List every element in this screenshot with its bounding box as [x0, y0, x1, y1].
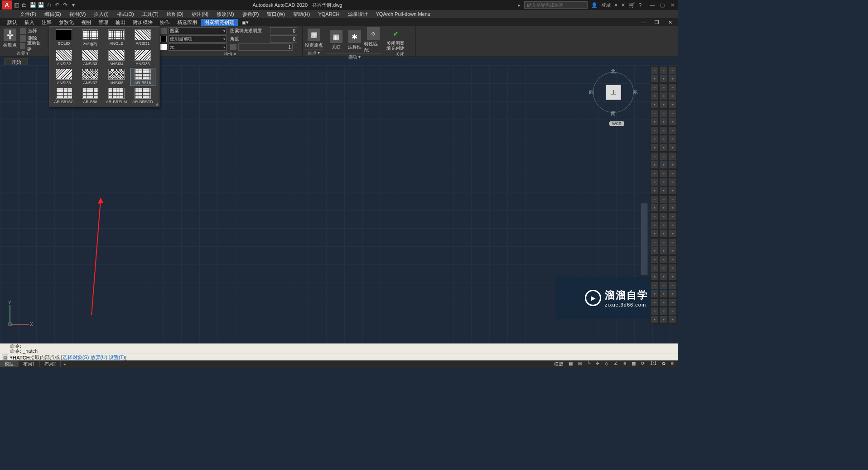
menu-window[interactable]: 窗口(W) [265, 11, 287, 18]
palette-tool-button[interactable]: ▫ [651, 152, 659, 160]
set-origin-button[interactable]: ▦ 设定原点 [304, 27, 323, 49]
palette-tool-button[interactable]: ▫ [660, 212, 668, 221]
help-icon[interactable]: ? [639, 2, 641, 8]
hatch-pattern-angle[interactable]: ANGLE [104, 29, 129, 48]
close-button[interactable]: ✕ [669, 2, 676, 8]
viewcube-east[interactable]: 东 [633, 89, 638, 96]
status-scale[interactable]: 1:1 [649, 361, 658, 367]
scale-input[interactable] [238, 43, 293, 51]
menu-format[interactable]: 格式(O) [115, 11, 136, 18]
command-prompt-icon[interactable]: ▤ [2, 355, 8, 361]
palette-tool-button[interactable]: ▫ [651, 109, 659, 117]
status-gear-icon[interactable]: ✿ [661, 361, 667, 367]
login-icon[interactable]: 👤 [591, 2, 598, 8]
palette-tool-button[interactable]: ▫ [669, 187, 677, 195]
ribbon-tab-parametric[interactable]: 参数化 [55, 19, 77, 26]
palette-tool-button[interactable]: ▫ [669, 298, 677, 307]
menu-modify[interactable]: 修改(M) [215, 11, 236, 18]
status-customize-icon[interactable]: ≡ [670, 361, 675, 367]
transparency-input[interactable] [270, 27, 297, 34]
hatch-pattern-ar-brstd[interactable]: AR-BRSTD [130, 87, 155, 105]
minimize-button[interactable]: — [649, 2, 656, 8]
hatch-type-dropdown[interactable]: 图案 [169, 27, 227, 34]
palette-tool-button[interactable]: ▫ [651, 264, 659, 272]
qat-plot-icon[interactable]: ⎙ [45, 1, 53, 9]
palette-tool-button[interactable]: ▫ [660, 307, 668, 315]
hatch-pattern-ansi34[interactable]: ANSI34 [104, 49, 129, 67]
hatch-pattern-solid[interactable]: SOLID [51, 29, 77, 48]
palette-tool-button[interactable]: ▫ [660, 126, 668, 134]
ribbon-tab-view[interactable]: 视图 [77, 19, 95, 26]
palette-tool-button[interactable]: ▫ [660, 273, 668, 281]
model-tab[interactable]: 模型 [0, 361, 19, 367]
menu-yqarch-pulldown[interactable]: YQArch Pull-down Menu [374, 11, 432, 17]
hatch-pattern-ar-b88[interactable]: AR-B88 [77, 87, 103, 105]
palette-tool-button[interactable]: ▫ [651, 161, 659, 169]
match-props-button[interactable]: ⟐特性匹配 [364, 27, 382, 53]
hatch-color-dropdown[interactable]: 使用当前项 [169, 35, 227, 43]
palette-tool-button[interactable]: ▫ [660, 101, 668, 109]
menu-view[interactable]: 视图(V) [68, 11, 88, 18]
palette-tool-button[interactable]: ▫ [669, 290, 677, 298]
palette-tool-button[interactable]: ▫ [669, 92, 677, 100]
status-ortho-icon[interactable]: └ [586, 361, 592, 367]
status-osnap-icon[interactable]: ◇ [603, 361, 610, 367]
palette-tool-button[interactable]: ▫ [669, 126, 677, 134]
palette-tool-button[interactable]: ▫ [669, 144, 677, 152]
cmd-option-undo[interactable]: 放弃(U) [91, 354, 107, 361]
hatch-bgcolor-dropdown[interactable]: 无 [169, 43, 227, 51]
palette-tool-button[interactable]: ▫ [660, 144, 668, 152]
palette-tool-button[interactable]: ▫ [660, 75, 668, 83]
status-snap-icon[interactable]: ⊞ [577, 361, 583, 367]
hatch-pattern-ansi31[interactable]: ANSI31 [130, 29, 155, 48]
hatch-pattern-ar-brelm[interactable]: AR-BRELM [104, 87, 129, 105]
palette-tool-button[interactable]: ▫ [660, 195, 668, 203]
palette-tool-button[interactable]: ▫ [669, 135, 677, 143]
palette-tool-button[interactable]: ▫ [669, 204, 677, 212]
palette-tool-button[interactable]: ▫ [669, 247, 677, 255]
palette-tool-button[interactable]: ▫ [660, 316, 668, 324]
palette-tool-button[interactable]: ▫ [669, 212, 677, 221]
doc-minimize-button[interactable]: — [637, 19, 649, 25]
palette-tool-button[interactable]: ▫ [651, 316, 659, 324]
palette-tool-button[interactable]: ▫ [669, 316, 677, 324]
palette-tool-button[interactable]: ▫ [651, 135, 659, 143]
palette-tool-button[interactable]: ▫ [660, 92, 668, 100]
hatch-pattern-ar-b816[interactable]: AR-B816 [130, 68, 155, 86]
menu-edit[interactable]: 编辑(E) [43, 11, 63, 18]
palette-tool-button[interactable]: ▫ [669, 152, 677, 160]
exchange-icon[interactable]: ✕ [621, 2, 625, 8]
palette-tool-button[interactable]: ▫ [660, 298, 668, 307]
palette-tool-button[interactable]: ▫ [660, 204, 668, 212]
palette-tool-button[interactable]: ▫ [669, 238, 677, 246]
navigation-bar[interactable] [641, 203, 648, 275]
palette-tool-button[interactable]: ▫ [651, 75, 659, 83]
palette-tool-button[interactable]: ▫ [660, 66, 668, 74]
palette-tool-button[interactable]: ▫ [660, 118, 668, 126]
status-polar-icon[interactable]: ✛ [594, 361, 601, 367]
viewcube-north[interactable]: 北 [611, 68, 616, 75]
palette-tool-button[interactable]: ▫ [651, 230, 659, 238]
status-lwt-icon[interactable]: ≡ [622, 361, 627, 367]
palette-tool-button[interactable]: ▫ [669, 281, 677, 289]
palette-tool-button[interactable]: ▫ [669, 83, 677, 91]
status-cycling-icon[interactable]: ⟳ [640, 361, 646, 367]
qat-dropdown-icon[interactable]: ▾ [70, 1, 77, 9]
palette-tool-button[interactable]: ▫ [669, 118, 677, 126]
maximize-button[interactable]: ▢ [659, 2, 666, 8]
palette-tool-button[interactable]: ▫ [651, 187, 659, 195]
options-panel-title[interactable]: 选项 ▾ [327, 53, 382, 60]
status-angle-icon[interactable]: ∠ [612, 361, 619, 367]
qat-undo-icon[interactable]: ↶ [53, 1, 61, 9]
login-label[interactable]: 登录 [601, 2, 611, 9]
qat-saveas-icon[interactable]: 💾 [37, 1, 44, 9]
palette-tool-button[interactable]: ▫ [669, 255, 677, 264]
palette-tool-button[interactable]: ▫ [651, 169, 659, 177]
ribbon-tab-annotate[interactable]: 注释 [38, 19, 55, 26]
status-grid-icon[interactable]: ▦ [567, 361, 574, 367]
pick-points-button[interactable]: ╬ 拾取点 [2, 27, 18, 50]
palette-tool-button[interactable]: ▫ [660, 187, 668, 195]
palette-tool-button[interactable]: ▫ [651, 126, 659, 134]
cmd-option-settings[interactable]: 设置(T) [109, 354, 125, 361]
palette-tool-button[interactable]: ▫ [669, 109, 677, 117]
